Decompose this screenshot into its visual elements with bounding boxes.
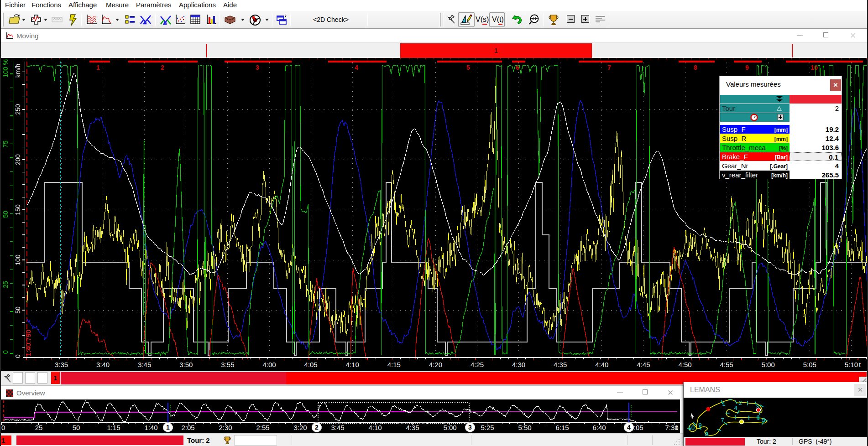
svg-text:3:55: 3:55 [221, 361, 234, 368]
svg-text:5:05: 5:05 [803, 361, 816, 368]
svg-text:4:05: 4:05 [304, 361, 317, 368]
svg-text:4:20: 4:20 [429, 361, 442, 368]
svg-text:50: 50 [2, 211, 9, 218]
svg-text:7: 7 [721, 417, 724, 424]
svg-text:5: 5 [762, 417, 765, 424]
svg-text:3:35: 3:35 [55, 361, 68, 368]
svg-text:8: 8 [694, 64, 697, 71]
svg-text:100: 100 [14, 254, 21, 265]
svg-text:5:10: 5:10 [845, 361, 858, 368]
svg-text:5:00: 5:00 [762, 361, 775, 368]
svg-text:9: 9 [698, 422, 701, 429]
svg-text:1: 1 [722, 400, 725, 407]
svg-text:2:05: 2:05 [181, 424, 194, 431]
svg-text:4:15: 4:15 [387, 361, 401, 368]
svg-text:1:15: 1:15 [107, 424, 120, 431]
svg-text:0: 0 [2, 350, 9, 354]
svg-text:2: 2 [161, 64, 164, 71]
svg-text:5:50: 5:50 [518, 424, 531, 431]
svg-text:4:10: 4:10 [346, 361, 359, 368]
svg-text:4:35: 4:35 [554, 361, 567, 368]
svg-text:4: 4 [355, 64, 358, 71]
svg-text:200: 200 [14, 154, 21, 165]
svg-text:1: 1 [96, 64, 100, 71]
svg-text:km/h: km/h [14, 64, 21, 78]
svg-text:10: 10 [810, 64, 818, 71]
svg-text:5:25: 5:25 [481, 424, 494, 431]
svg-text:2:30: 2:30 [219, 424, 232, 431]
svg-text:1:40: 1:40 [144, 424, 157, 431]
svg-text:10: 10 [688, 424, 695, 431]
svg-text:1:40.790: 1:40.790 [24, 330, 32, 356]
svg-text:3:40: 3:40 [96, 361, 110, 368]
svg-text:25: 25 [2, 281, 9, 288]
svg-text:6:40: 6:40 [592, 424, 606, 431]
svg-text:9: 9 [745, 64, 749, 71]
svg-text:4:45: 4:45 [637, 361, 650, 368]
svg-text:100 %: 100 % [2, 59, 9, 78]
svg-text:0: 0 [1, 424, 5, 431]
svg-text:25: 25 [35, 424, 43, 431]
svg-text:4: 4 [627, 424, 631, 431]
svg-text:4:00: 4:00 [262, 361, 276, 368]
svg-text:4:30: 4:30 [512, 361, 525, 368]
svg-text:2: 2 [738, 399, 742, 406]
svg-text:6:15: 6:15 [555, 424, 569, 431]
svg-text:4:55: 4:55 [720, 361, 733, 368]
svg-text:4:10: 4:10 [368, 424, 382, 431]
svg-text:3:45: 3:45 [331, 424, 344, 431]
svg-text:4:40: 4:40 [595, 361, 608, 368]
svg-text:5: 5 [466, 64, 470, 71]
svg-text:7: 7 [607, 64, 611, 71]
svg-text:150: 150 [14, 204, 21, 215]
svg-text:2: 2 [315, 424, 319, 431]
svg-text:50: 50 [14, 306, 21, 314]
svg-text:2:55: 2:55 [256, 424, 269, 431]
svg-text:6: 6 [756, 414, 759, 421]
svg-text:0: 0 [14, 354, 21, 358]
svg-text:4:50: 4:50 [678, 361, 691, 368]
svg-text:4: 4 [734, 405, 737, 411]
svg-text:75: 75 [2, 140, 9, 148]
svg-text:3: 3 [468, 424, 472, 431]
svg-text:6: 6 [516, 64, 519, 71]
svg-text:1: 1 [166, 424, 170, 431]
svg-text:4:25: 4:25 [471, 361, 484, 368]
svg-text:8: 8 [705, 430, 708, 437]
svg-text:4:35: 4:35 [406, 424, 419, 431]
svg-text:50: 50 [73, 424, 80, 431]
svg-text:3:45: 3:45 [138, 361, 151, 368]
svg-text:5:00: 5:00 [443, 424, 456, 431]
svg-text:3: 3 [256, 64, 259, 71]
svg-text:3:50: 3:50 [179, 361, 193, 368]
svg-text:3:20: 3:20 [293, 424, 307, 431]
svg-text:250: 250 [14, 104, 21, 115]
